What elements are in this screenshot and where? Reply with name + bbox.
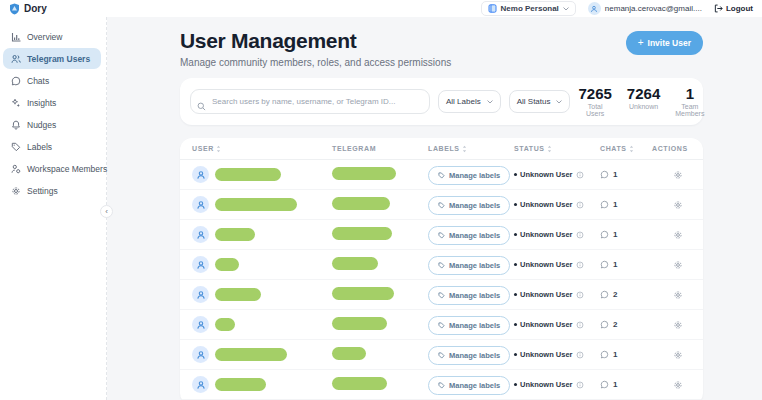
row-settings-button[interactable]: [673, 290, 683, 300]
labels-filter-select[interactable]: All Labels: [438, 90, 501, 113]
main-content: User Management Manage community members…: [107, 17, 762, 400]
sidebar-item-telegram-users[interactable]: Telegram Users: [3, 48, 101, 69]
user-cell[interactable]: [192, 376, 332, 393]
invite-user-label: Invite User: [648, 38, 691, 48]
manage-labels-label: Manage labels: [449, 201, 500, 210]
user-cell[interactable]: [192, 226, 332, 243]
redacted-user-name: [215, 258, 239, 271]
info-icon[interactable]: [576, 351, 584, 359]
sort-icon: [216, 145, 221, 153]
chats-cell: 1: [600, 260, 652, 269]
row-settings-button[interactable]: [673, 350, 683, 360]
status-filter-select[interactable]: All Status: [509, 90, 571, 113]
chat-count: 1: [613, 200, 617, 209]
sidebar-item-nudges[interactable]: Nudges: [3, 114, 101, 135]
manage-labels-button[interactable]: Manage labels: [428, 196, 510, 215]
workspace-switcher[interactable]: Nemo Personal: [481, 1, 576, 16]
chats-cell: 2: [600, 290, 652, 299]
user-cell[interactable]: [192, 196, 332, 213]
redacted-telegram-handle: [332, 227, 392, 240]
chat-bubble-icon: [600, 320, 609, 329]
sparkles-icon: [11, 98, 21, 108]
user-cell[interactable]: [192, 316, 332, 333]
chats-cell: 2: [600, 320, 652, 329]
chat-count: 1: [613, 230, 617, 239]
info-icon[interactable]: [576, 321, 584, 329]
avatar: [192, 286, 209, 303]
row-settings-button[interactable]: [673, 170, 683, 180]
redacted-telegram-handle: [332, 347, 366, 360]
status-label: Unknown User: [520, 260, 573, 269]
sidebar-item-chats[interactable]: Chats: [3, 70, 101, 91]
user-cell[interactable]: [192, 286, 332, 303]
status-dot-icon: [514, 233, 517, 236]
sidebar-collapse-button[interactable]: ‹: [100, 205, 113, 218]
status-cell: Unknown User: [514, 380, 600, 389]
manage-labels-button[interactable]: Manage labels: [428, 316, 510, 335]
sidebar-item-insights[interactable]: Insights: [3, 92, 101, 113]
row-settings-button[interactable]: [673, 320, 683, 330]
status-dot-icon: [514, 263, 517, 266]
table-row: Manage labels Unknown User 1: [180, 190, 703, 220]
sidebar-item-overview[interactable]: Overview: [3, 26, 101, 47]
manage-labels-button[interactable]: Manage labels: [428, 166, 510, 185]
sidebar-item-label: Labels: [27, 142, 52, 152]
info-icon[interactable]: [576, 381, 584, 389]
column-header-chats[interactable]: CHATS: [600, 145, 652, 153]
info-icon[interactable]: [576, 171, 584, 179]
tag-icon: [438, 322, 445, 329]
labels-cell: Manage labels: [428, 195, 514, 215]
stat-value: 7265: [578, 86, 611, 101]
user-cell[interactable]: [192, 346, 332, 363]
account-info[interactable]: nemanja.cerovac@gmail....: [588, 2, 702, 15]
redacted-user-name: [215, 168, 281, 181]
row-settings-button[interactable]: [673, 380, 683, 390]
account-email: nemanja.cerovac@gmail....: [605, 4, 702, 13]
sidebar-item-settings[interactable]: Settings: [3, 180, 101, 201]
user-cell[interactable]: [192, 256, 332, 273]
status-cell: Unknown User: [514, 290, 600, 299]
info-icon[interactable]: [576, 291, 584, 299]
logout-icon: [714, 4, 723, 13]
redacted-telegram-handle: [332, 377, 387, 390]
manage-labels-button[interactable]: Manage labels: [428, 376, 510, 395]
chat-count: 1: [613, 170, 617, 179]
column-header-status[interactable]: STATUS: [514, 145, 600, 153]
stat-total-users: 7265 Total Users: [578, 86, 611, 117]
info-icon[interactable]: [576, 201, 584, 209]
chat-bubble-icon: [600, 230, 609, 239]
status-label: Unknown User: [520, 350, 573, 359]
telegram-cell: [332, 166, 428, 184]
actions-cell: [652, 350, 691, 360]
invite-user-button[interactable]: + Invite User: [626, 31, 703, 55]
telegram-cell: [332, 376, 428, 394]
row-settings-button[interactable]: [673, 200, 683, 210]
table-row: Manage labels Unknown User 1: [180, 220, 703, 250]
user-cell[interactable]: [192, 166, 332, 183]
info-icon[interactable]: [576, 261, 584, 269]
gear-icon: [673, 380, 683, 390]
status-label: Unknown User: [520, 290, 573, 299]
logout-button[interactable]: Logout: [714, 4, 753, 13]
column-header-user[interactable]: USER: [192, 145, 332, 153]
manage-labels-button[interactable]: Manage labels: [428, 226, 510, 245]
redacted-user-name: [215, 288, 261, 301]
sort-icon: [462, 145, 467, 153]
stat-value: 1: [675, 86, 704, 101]
status-dot-icon: [514, 353, 517, 356]
sidebar-item-labels[interactable]: Labels: [3, 136, 101, 157]
row-settings-button[interactable]: [673, 230, 683, 240]
redacted-telegram-handle: [332, 317, 387, 330]
row-settings-button[interactable]: [673, 260, 683, 270]
sidebar-item-workspace-members[interactable]: Workspace Members: [3, 158, 101, 179]
tag-icon: [438, 382, 445, 389]
chat-count: 1: [613, 350, 617, 359]
manage-labels-button[interactable]: Manage labels: [428, 346, 510, 365]
info-icon[interactable]: [576, 231, 584, 239]
chats-cell: 1: [600, 200, 652, 209]
manage-labels-button[interactable]: Manage labels: [428, 286, 510, 305]
manage-labels-button[interactable]: Manage labels: [428, 256, 510, 275]
sidebar-item-label: Telegram Users: [27, 54, 90, 64]
column-header-labels[interactable]: LABELS: [428, 145, 514, 153]
search-input[interactable]: [190, 89, 430, 114]
